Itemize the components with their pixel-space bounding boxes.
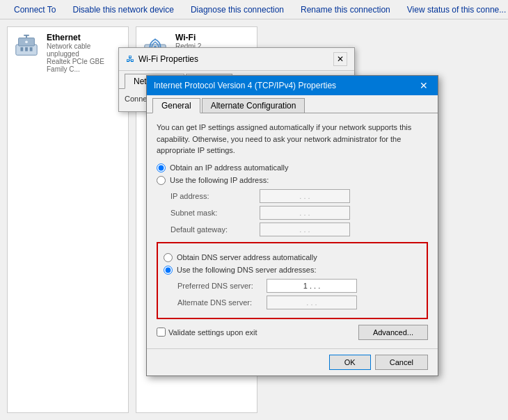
use-following-dns-label[interactable]: Use the following DNS server addresses: [164, 266, 421, 275]
alternate-dns-row: Alternate DNS server: . . . [177, 296, 421, 309]
wifi-name: Wi-Fi [175, 33, 251, 42]
ethernet-info: Ethernet Network cable unplugged Realtek… [47, 33, 122, 73]
tcp-dialog-footer: OK Cancel [147, 348, 438, 375]
svg-rect-3 [25, 47, 28, 51]
obtain-dns-auto-label[interactable]: Obtain DNS server address automatically [164, 253, 421, 262]
use-following-ip-radio[interactable] [157, 176, 166, 185]
tcp-dialog-close-button[interactable]: ✕ [417, 80, 431, 91]
subnet-mask-input[interactable]: . . . [260, 206, 350, 220]
ip-radio-group: Obtain an IP address automatically Use t… [157, 163, 428, 185]
obtain-ip-auto-label[interactable]: Obtain an IP address automatically [157, 163, 428, 172]
main-content: Ethernet Network cable unplugged Realtek… [0, 19, 508, 420]
alternate-dns-input[interactable]: . . . [267, 296, 357, 309]
default-gateway-input[interactable]: . . . [260, 223, 350, 236]
use-following-ip-label[interactable]: Use the following IP address: [157, 176, 428, 185]
default-gateway-row: Default gateway: . . . [170, 223, 428, 236]
obtain-dns-auto-radio[interactable] [164, 253, 173, 262]
toolbar-diagnose[interactable]: Diagnose this connection [182, 2, 292, 17]
ip-fields: IP address: . . . Subnet mask: . . . Def… [170, 189, 428, 236]
use-following-dns-radio[interactable] [164, 266, 173, 275]
tcp-tab-alternate[interactable]: Alternate Configuration [202, 98, 305, 113]
dns-fields: Preferred DNS server: 1 . . . Alternate … [177, 279, 421, 309]
toolbar: Connect To Disable this network device D… [0, 0, 508, 19]
ip-address-input[interactable]: . . . [260, 189, 350, 203]
ethernet-icon [13, 33, 41, 60]
alternate-dns-label: Alternate DNS server: [177, 298, 261, 307]
svg-rect-4 [30, 47, 33, 51]
tcp-dialog-body: You can get IP settings assigned automat… [147, 113, 438, 348]
tcp-dialog-title: Internet Protocol Version 4 (TCP/IPv4) P… [154, 81, 336, 90]
ip-address-row: IP address: . . . [170, 189, 428, 203]
obtain-ip-auto-radio[interactable] [157, 163, 166, 172]
advanced-button[interactable]: Advanced... [358, 325, 428, 340]
wifi-dialog-titlebar: 🖧 Wi-Fi Properties ✕ [119, 48, 354, 71]
toolbar-disable-device[interactable]: Disable this network device [65, 2, 182, 17]
ethernet-driver: Realtek PCIe GBE Family C... [47, 58, 122, 73]
wifi-dialog-title: 🖧 Wi-Fi Properties [126, 54, 198, 64]
preferred-dns-input[interactable]: 1 . . . [267, 279, 357, 293]
subnet-mask-row: Subnet mask: . . . [170, 206, 428, 220]
toolbar-view-status[interactable]: View status of this conne... [399, 2, 508, 17]
validate-settings-label[interactable]: Validate settings upon exit [157, 328, 353, 337]
preferred-dns-label: Preferred DNS server: [177, 282, 261, 290]
ethernet-adapter-card[interactable]: Ethernet Network cable unplugged Realtek… [7, 26, 129, 413]
tcp-titlebar: Internet Protocol Version 4 (TCP/IPv4) P… [147, 76, 438, 95]
ethernet-status: Network cable unplugged [47, 42, 122, 58]
cancel-button[interactable]: Cancel [375, 355, 428, 370]
svg-rect-2 [20, 47, 23, 51]
tcp-description: You can get IP settings assigned automat… [157, 122, 428, 156]
toolbar-rename[interactable]: Rename this connection [292, 2, 399, 17]
ok-button[interactable]: OK [329, 355, 371, 370]
subnet-mask-label: Subnet mask: [170, 209, 254, 217]
wifi-properties-icon: 🖧 [126, 54, 134, 64]
ip-address-label: IP address: [170, 192, 254, 200]
ethernet-name: Ethernet [47, 33, 122, 42]
tcp-ipv4-dialog: Internet Protocol Version 4 (TCP/IPv4) P… [146, 75, 438, 376]
toolbar-connect-to[interactable]: Connect To [6, 2, 65, 17]
preferred-dns-row: Preferred DNS server: 1 . . . [177, 279, 421, 293]
tcp-tab-general[interactable]: General [152, 98, 200, 113]
default-gateway-label: Default gateway: [170, 225, 254, 234]
wifi-dialog-close-button[interactable]: ✕ [333, 52, 347, 66]
dns-section: Obtain DNS server address automatically … [157, 242, 428, 319]
dns-radio-group: Obtain DNS server address automatically … [164, 253, 421, 275]
tcp-bottom-row: Validate settings upon exit Advanced... [157, 325, 428, 340]
validate-settings-checkbox[interactable] [157, 328, 166, 337]
svg-point-5 [25, 40, 28, 43]
tcp-dialog-tabs: General Alternate Configuration [147, 95, 438, 113]
